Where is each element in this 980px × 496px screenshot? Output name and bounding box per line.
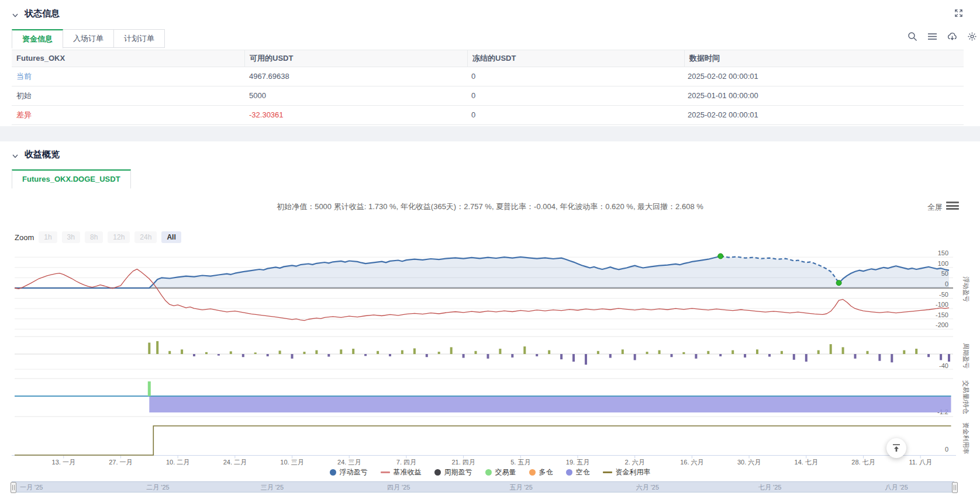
cycle-pnl-bar [817,351,820,355]
cycle-pnl-bar [279,351,281,354]
col-header-frozen: 冻结的USDT [468,50,685,67]
zoom-all-button[interactable]: All [161,231,181,243]
list-menu-icon[interactable] [927,32,937,41]
cycle-pnl-bar [389,354,391,356]
chart-context-menu-icon[interactable] [946,202,959,211]
cycle-pnl-bar [830,344,832,354]
cycle-pnl-bar [181,349,183,354]
yaxis-label-pnl: -50 [939,291,948,298]
legend-marker [603,471,612,473]
cycle-pnl-bar [205,352,208,354]
cycle-pnl-bar [148,343,150,355]
navigator-left-handle[interactable] [11,482,16,493]
status-section-header[interactable]: 状态信息 [12,8,60,19]
collapse-chevron-icon[interactable] [12,11,19,18]
fullscreen-icon[interactable] [954,9,963,18]
cell-frozen-difference: 0 [467,106,683,124]
yaxis-label-pnl: 150 [938,249,948,256]
cell-time-difference: 2025-02-02 00:00:01 [683,106,964,124]
legend-item-6[interactable]: 资金利用率 [603,467,651,477]
legend-label: 资金利用率 [616,467,651,477]
x-axis-date-label: 19. 五月 [566,459,589,466]
settings-gear-icon[interactable] [967,32,977,41]
legend-item-2[interactable]: 周期盈亏 [434,467,472,477]
cycle-pnl-bar [793,354,795,360]
back-to-top-button[interactable] [886,438,906,458]
yaxis-title-vertical: 资金利用率 [962,422,969,455]
row-label-current[interactable]: 当前 [12,67,244,86]
tab-symbol-doge-usdt[interactable]: Futures_OKX.DOGE_USDT [12,169,131,189]
cycle-pnl-bar [560,354,563,359]
yaxis-label-cycle: -40 [939,362,948,369]
search-icon[interactable] [907,32,917,41]
legend-label: 交易量 [495,467,516,477]
legend-marker [330,469,336,476]
zoom-12h-button[interactable]: 12h [108,231,130,243]
cycle-pnl-bar [756,349,758,354]
cell-available-difference: -32.30361 [244,106,467,124]
legend-item-3[interactable]: 交易量 [485,467,516,477]
status-section-title: 状态信息 [25,8,60,19]
cycle-pnl-bar [401,351,403,355]
col-header-datatime: 数据时间 [685,50,964,67]
navigator-month-label: 七月 '25 [758,483,781,492]
short-position-band [149,397,951,413]
profit-chart[interactable]: 150100500-50-100-150-200-40-1.2013. 一月27… [0,245,980,467]
legend-marker [485,469,492,476]
zoom-1h-button[interactable]: 1h [39,231,57,243]
collapse-chevron-icon[interactable] [12,151,19,158]
tab-funds-info[interactable]: 资金信息 [12,29,63,48]
cycle-pnl-bar [572,354,575,362]
yaxis-label-pnl: 100 [938,260,948,267]
cycle-pnl-bar [352,349,354,354]
cycle-pnl-bar [805,354,808,362]
legend-item-5[interactable]: 空仓 [566,467,590,477]
table-row-current: 当前 4967.69638 0 2025-02-02 00:00:01 [12,67,964,86]
yaxis-label-pnl: -150 [936,311,948,318]
symbol-tabs: Futures_OKX.DOGE_USDT [12,169,131,189]
profit-section-title: 收益概览 [25,149,60,160]
cycle-pnl-bar [377,351,379,354]
cycle-pnl-bar [315,351,318,355]
cycle-pnl-bar [915,349,917,354]
zoom-3h-button[interactable]: 3h [62,231,80,243]
table-row-difference: 差异 -32.30361 0 2025-02-02 00:00:01 [12,106,964,125]
x-axis-date-label: 13. 一月 [52,459,75,466]
status-section: 状态信息 资金信息 入场订单 计划订单 [0,0,980,126]
cloud-download-icon[interactable] [947,32,957,41]
zoom-24h-button[interactable]: 24h [134,231,157,243]
x-axis-date-label: 21. 四月 [451,459,475,466]
cycle-pnl-bar [597,351,599,354]
cycle-pnl-bar [327,354,330,357]
cell-available-initial: 5000 [244,86,467,105]
table-row-initial: 初始 5000 0 2025-01-01 00:00:00 [12,86,964,106]
legend-item-4[interactable]: 多仓 [529,467,553,477]
funds-table: Futures_OKX 可用的USDT 冻结的USDT 数据时间 当前 4967… [12,50,964,125]
chart-navigator[interactable]: 一月 '25二月 '25三月 '25四月 '25五月 '25六月 '25七月 '… [12,481,954,492]
cycle-pnl-bar [903,351,905,355]
legend-label: 空仓 [576,467,590,477]
profit-section-header[interactable]: 收益概览 [12,149,60,160]
legend-label: 周期盈亏 [444,467,472,477]
x-axis-date-label: 14. 七月 [795,459,818,466]
legend-item-0[interactable]: 浮动盈亏 [330,467,368,477]
legend-label: 基准收益 [394,467,422,477]
legend-marker [566,469,572,476]
yaxis-title-vertical: 周期盈亏 [962,343,969,369]
chart-fullscreen-button[interactable]: 全屏 [927,202,943,213]
col-header-account: Futures_OKX [12,50,245,67]
navigator-right-handle[interactable] [952,482,958,493]
performance-stats: 初始净值：5000 累计收益: 1.730 %, 年化收益(365天)：2.75… [0,202,980,212]
cycle-pnl-bar [426,354,428,357]
cycle-pnl-bar [548,351,550,355]
yaxis-label-pnl: -100 [936,301,948,308]
tab-planned-orders[interactable]: 计划订单 [114,29,165,48]
zoom-8h-button[interactable]: 8h [85,231,103,243]
tab-entry-orders[interactable]: 入场订单 [63,29,114,48]
legend-item-1[interactable]: 基准收益 [381,467,422,477]
cell-available-current: 4967.69638 [244,67,467,86]
cycle-pnl-bar [731,351,734,355]
x-axis-date-label: 2. 六月 [625,459,645,466]
vertical-align-top-icon [892,443,901,453]
cycle-pnl-bar [622,349,624,354]
